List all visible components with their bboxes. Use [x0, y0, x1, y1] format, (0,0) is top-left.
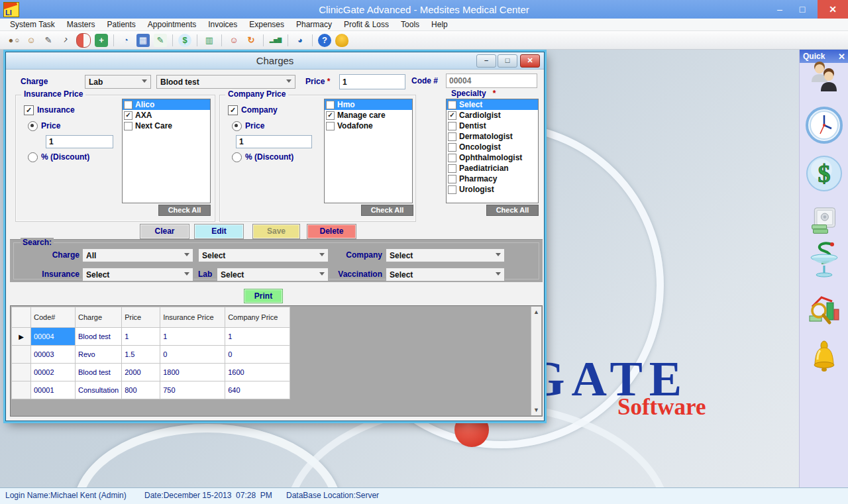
- cell-code[interactable]: 00002: [31, 364, 76, 381]
- checkbox-icon[interactable]: [448, 185, 456, 194]
- table-row[interactable]: 00003Revo1.500: [12, 346, 290, 364]
- report-chart-icon[interactable]: ▂▅▇: [269, 34, 282, 47]
- checklist-item-urologist[interactable]: Urologist: [447, 184, 538, 195]
- company-discount-radio[interactable]: [232, 152, 242, 162]
- company-check-all-button[interactable]: Check All: [361, 205, 413, 216]
- doctor-icon[interactable]: ☺: [227, 34, 240, 47]
- cell-code[interactable]: 00001: [31, 381, 76, 399]
- charge-item-combobox[interactable]: Blood test: [156, 75, 295, 89]
- cell-company[interactable]: 0: [225, 346, 290, 364]
- search-insurance-combobox[interactable]: Select: [82, 268, 193, 281]
- dialog-titlebar[interactable]: Charges – □ ✕: [6, 52, 544, 70]
- column-header-price[interactable]: Price: [122, 307, 160, 328]
- cell-charge[interactable]: Blood test: [76, 364, 122, 381]
- checklist-item-vodafone[interactable]: Vodafone: [325, 121, 412, 131]
- row-selector[interactable]: [12, 381, 31, 399]
- menu-invoices[interactable]: Invoices: [202, 19, 243, 31]
- row-selector[interactable]: [12, 346, 31, 364]
- menu-pharmacy[interactable]: Pharmacy: [290, 19, 338, 31]
- payment-note-icon[interactable]: ✎: [154, 34, 167, 47]
- delete-button[interactable]: Delete: [307, 224, 356, 239]
- menu-appointments[interactable]: Appointments: [142, 19, 202, 31]
- insurance-price-radio[interactable]: [28, 121, 38, 131]
- print-button[interactable]: Print: [244, 289, 283, 303]
- alarm-icon[interactable]: ◕: [293, 34, 307, 47]
- clear-button[interactable]: Clear: [140, 224, 189, 239]
- table-row[interactable]: 00002Blood test200018001600: [12, 364, 290, 381]
- insurance-price-input[interactable]: [46, 135, 113, 148]
- checklist-item-alico[interactable]: Alico: [123, 99, 210, 110]
- search-company-combobox[interactable]: Select: [386, 248, 505, 262]
- cell-code[interactable]: 00004: [31, 328, 76, 346]
- checkbox-icon[interactable]: ✓: [448, 111, 456, 120]
- cell-charge[interactable]: Revo: [76, 346, 122, 364]
- company-checkbox[interactable]: ✓: [228, 105, 238, 115]
- checkbox-icon[interactable]: [124, 122, 132, 130]
- cash-safe-icon[interactable]: [810, 207, 839, 238]
- checklist-item-paediatrician[interactable]: Paediatrician: [447, 163, 538, 174]
- checkbox-icon[interactable]: [448, 154, 456, 162]
- insurance-discount-radio[interactable]: [28, 152, 38, 162]
- column-header-company-price[interactable]: Company Price: [225, 307, 290, 328]
- table-row[interactable]: ▶00004Blood test111: [12, 328, 290, 346]
- edit-button[interactable]: Edit: [194, 224, 244, 239]
- checklist-item-dentist[interactable]: Dentist: [447, 121, 538, 131]
- checklist-item-cardiolgist[interactable]: ✓Cardiolgist: [447, 110, 538, 121]
- checklist-item-pharmacy[interactable]: Pharmacy: [447, 174, 538, 184]
- scroll-up-icon[interactable]: ▲: [531, 307, 541, 317]
- search-lab-combobox[interactable]: Select: [217, 268, 329, 281]
- cell-price[interactable]: 800: [122, 381, 160, 399]
- menu-system-task[interactable]: System Task: [4, 19, 61, 31]
- company-price-radio[interactable]: [232, 121, 242, 131]
- checklist-item-axa[interactable]: ✓AXA: [123, 110, 210, 121]
- refresh-icon[interactable]: ↻: [244, 34, 258, 47]
- checkbox-icon[interactable]: [448, 132, 456, 141]
- dialog-close-button[interactable]: ✕: [520, 54, 540, 68]
- patient-icon[interactable]: ☺: [25, 34, 38, 47]
- cell-company[interactable]: 1: [225, 328, 290, 346]
- checkbox-icon[interactable]: [448, 122, 456, 130]
- charge-type-combobox[interactable]: Lab: [85, 75, 151, 89]
- stock-item-icon[interactable]: ▥: [203, 34, 216, 47]
- clock-icon[interactable]: ◔: [119, 34, 132, 47]
- cell-company[interactable]: 1600: [225, 364, 290, 381]
- company-list[interactable]: Hmo✓Manage careVodafone: [324, 99, 413, 203]
- price-input[interactable]: [339, 74, 405, 89]
- billing-dollar-icon[interactable]: $: [178, 34, 191, 47]
- reports-icon[interactable]: [808, 293, 840, 330]
- appointments-icon[interactable]: [806, 107, 843, 146]
- checkbox-icon[interactable]: [448, 143, 456, 152]
- scroll-down-icon[interactable]: ▼: [531, 405, 541, 415]
- checkbox-icon[interactable]: ✓: [326, 111, 335, 120]
- checkbox-icon[interactable]: [326, 101, 335, 109]
- minimize-button[interactable]: –: [768, 0, 791, 19]
- help-icon[interactable]: ?: [318, 34, 331, 47]
- cell-insurance[interactable]: 750: [160, 381, 225, 399]
- row-selector[interactable]: [12, 364, 31, 381]
- specialty-check-all-button[interactable]: Check All: [486, 205, 539, 216]
- microscope-icon[interactable]: ⌐: [56, 30, 75, 49]
- menu-profit-loss[interactable]: Profit & Loss: [338, 19, 395, 31]
- checkbox-icon[interactable]: [448, 164, 456, 173]
- checklist-item-next-care[interactable]: Next Care: [123, 121, 210, 131]
- checklist-item-select[interactable]: Select: [447, 99, 538, 110]
- column-header-insurance-price[interactable]: Insurance Price: [160, 307, 225, 328]
- row-selector[interactable]: ▶: [12, 328, 31, 346]
- search-charge-item-combobox[interactable]: Select: [198, 248, 329, 262]
- checklist-item-ophthalmologist[interactable]: Ophthalmologist: [447, 152, 538, 163]
- cell-charge[interactable]: Consultation: [76, 381, 122, 399]
- checklist-item-hmo[interactable]: Hmo: [325, 99, 412, 110]
- patients-icon[interactable]: [808, 60, 840, 97]
- cell-charge[interactable]: Blood test: [76, 328, 122, 346]
- pharmacy-icon[interactable]: [808, 240, 840, 280]
- search-vaccination-combobox[interactable]: Select: [386, 268, 505, 281]
- code-input[interactable]: [446, 74, 537, 88]
- vertical-scrollbar[interactable]: ▲ ▼: [531, 307, 541, 415]
- cell-price[interactable]: 2000: [122, 364, 160, 381]
- specialty-list[interactable]: Select✓CardiolgistDentistDermatologistOn…: [446, 99, 539, 203]
- close-button[interactable]: ✕: [818, 0, 848, 19]
- checkbox-icon[interactable]: ✓: [124, 111, 132, 120]
- signature-icon[interactable]: ✎: [42, 34, 55, 47]
- insurance-check-all-button[interactable]: Check All: [158, 205, 211, 216]
- cell-price[interactable]: 1: [122, 328, 160, 346]
